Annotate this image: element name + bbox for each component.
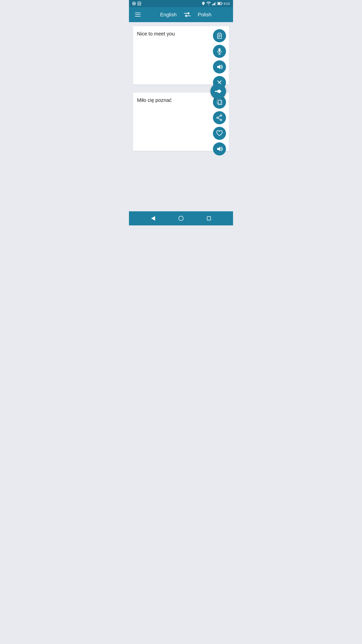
home-button[interactable]: [175, 212, 187, 224]
clipboard-icon: [216, 32, 223, 39]
recents-icon: [207, 216, 211, 221]
location-icon: [202, 2, 205, 6]
mic-button[interactable]: [213, 45, 226, 58]
speaker-icon: [216, 64, 223, 70]
output-speaker-button[interactable]: [213, 142, 226, 155]
svg-rect-27: [215, 91, 217, 92]
svg-line-36: [218, 118, 220, 120]
recents-button[interactable]: [203, 212, 215, 224]
wifi-icon: [206, 2, 211, 5]
output-actions: [213, 96, 226, 155]
svg-rect-30: [217, 99, 221, 104]
circle-status-icon: [132, 2, 136, 6]
svg-line-35: [218, 116, 220, 117]
share-icon: [216, 114, 222, 121]
status-left-icons: [132, 2, 141, 6]
home-icon: [178, 216, 184, 221]
output-card: Miło cię poznać: [133, 93, 229, 151]
svg-rect-11: [222, 3, 222, 4]
source-language[interactable]: English: [160, 12, 177, 18]
battery-icon: [217, 2, 222, 5]
output-speaker-icon: [216, 146, 223, 152]
copy-icon: [216, 99, 223, 105]
favorite-button[interactable]: [213, 127, 226, 140]
input-speaker-button[interactable]: [213, 60, 226, 73]
app-header: English Polish: [129, 7, 233, 22]
svg-point-32: [220, 115, 222, 116]
menu-button[interactable]: [133, 11, 143, 19]
svg-rect-40: [207, 217, 211, 220]
svg-rect-7: [213, 4, 214, 5]
svg-rect-5: [138, 4, 140, 5]
svg-point-33: [217, 117, 218, 118]
clipboard-button[interactable]: [213, 29, 226, 42]
send-button-container: [133, 84, 229, 99]
svg-point-1: [133, 3, 135, 4]
swap-icon: [184, 12, 191, 17]
svg-rect-9: [215, 2, 216, 5]
svg-point-34: [220, 119, 222, 121]
svg-rect-4: [140, 3, 140, 4]
mic-icon: [216, 48, 222, 55]
send-icon: [215, 88, 221, 94]
input-card: Nice to meet you: [133, 26, 229, 85]
status-bar: 8:02: [129, 0, 233, 7]
sim-icon: [138, 2, 141, 6]
time-display: 8:02: [224, 2, 230, 6]
nav-bar: [129, 211, 233, 225]
signal-icon: [212, 2, 216, 5]
svg-rect-8: [214, 3, 215, 5]
swap-languages-button[interactable]: [182, 11, 193, 18]
svg-marker-38: [151, 216, 155, 221]
input-actions: [213, 29, 226, 89]
svg-rect-2: [138, 2, 141, 5]
translate-button[interactable]: [210, 84, 226, 99]
svg-point-39: [179, 216, 183, 221]
svg-rect-19: [218, 48, 220, 52]
back-button[interactable]: [147, 212, 159, 224]
svg-rect-3: [138, 3, 139, 4]
input-text[interactable]: Nice to meet you: [137, 30, 225, 80]
output-text: Miło cię poznać: [137, 97, 225, 147]
back-icon: [151, 216, 156, 221]
share-button[interactable]: [213, 111, 226, 124]
svg-marker-37: [217, 147, 220, 151]
target-language[interactable]: Polish: [198, 12, 211, 18]
svg-rect-15: [218, 33, 220, 34]
main-content: Nice to meet you: [129, 22, 233, 211]
heart-icon: [216, 130, 223, 136]
status-right-icons: 8:02: [202, 2, 230, 6]
svg-rect-6: [212, 4, 213, 5]
language-selector: English Polish: [143, 11, 229, 18]
svg-marker-22: [217, 65, 220, 69]
